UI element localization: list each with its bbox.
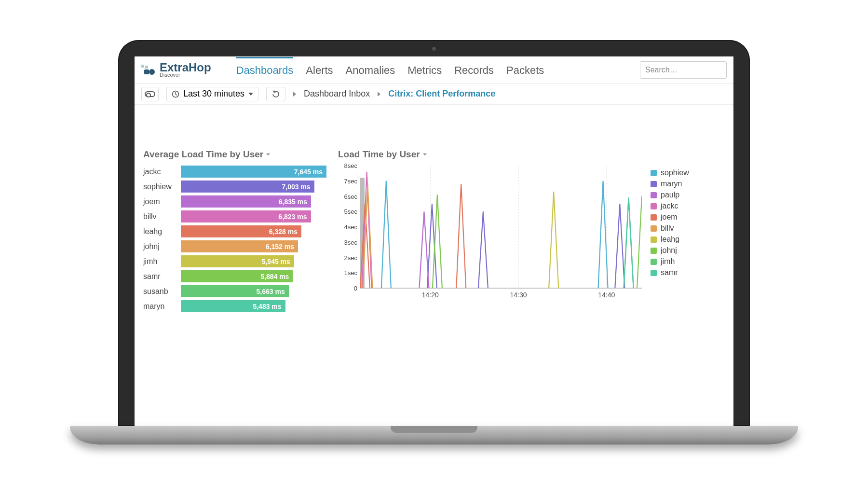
svg-rect-2 [144,69,149,74]
legend-item[interactable]: samr [651,268,689,277]
clock-icon [172,90,179,98]
legend-item[interactable]: jackc [651,202,689,210]
legend-label: jimh [661,257,675,266]
bar-row[interactable]: joem6,835 ms [143,195,326,208]
nav-anomalies[interactable]: Anomalies [346,57,395,83]
time-range-picker[interactable]: Last 30 minutes [166,87,258,101]
legend-swatch [651,225,657,232]
legend-swatch [651,270,657,276]
live-toggle[interactable] [141,87,159,101]
spike-samr[interactable] [624,198,634,288]
app-viewport: ExtraHop Discover DashboardsAlertsAnomal… [135,56,733,426]
laptop-base [70,426,798,444]
bar-fill: 6,328 ms [181,225,301,237]
bar-track: 5,663 ms [181,285,326,297]
bar-row[interactable]: leahg6,328 ms [143,225,326,237]
legend-swatch [651,236,657,243]
legend-label: billv [661,224,674,233]
breadcrumb-separator-icon [293,92,296,97]
nav-packets[interactable]: Packets [506,57,544,83]
legend-item[interactable]: jimh [651,257,689,266]
laptop-camera [432,47,436,51]
legend-item[interactable]: billv [651,224,689,233]
legend-swatch [651,203,657,209]
line-chart: 01sec2sec3sec4sec5sec6sec7sec8sec14:2014… [338,166,642,301]
line-plot-svg [338,166,642,301]
chart-legend: sophiewmarynpaulpjackcjoembillvleahgjohn… [651,168,689,301]
legend-label: jackc [661,202,678,210]
spike-maryn[interactable] [615,204,624,288]
bar-label: samr [143,272,181,281]
bar-label: susanb [143,287,181,296]
panel-title[interactable]: Load Time by User [338,149,725,160]
bar-track: 6,835 ms [181,195,326,208]
caret-down-icon [423,153,427,155]
bar-row[interactable]: billv6,823 ms [143,210,326,222]
bar-track: 5,884 ms [181,270,326,282]
bar-track: 6,328 ms [181,225,326,237]
spike-sophiew[interactable] [381,181,391,288]
bar-label: jackc [143,167,181,176]
bar-row[interactable]: jimh5,945 ms [143,255,326,267]
search-input[interactable] [640,61,727,79]
spike-leahg[interactable] [549,192,558,288]
bar-fill: 6,835 ms [181,195,311,208]
caret-down-icon [248,93,253,96]
legend-item[interactable]: johnj [651,246,689,255]
bar-track: 5,483 ms [181,300,326,312]
top-navigation-bar: ExtraHop Discover DashboardsAlertsAnomal… [135,56,733,83]
bar-row[interactable]: samr5,884 ms [143,270,326,282]
bar-track: 7,003 ms [181,181,326,193]
legend-item[interactable]: sophiew [651,168,689,177]
bar-label: maryn [143,302,181,311]
breadcrumb-root[interactable]: Dashboard Inbox [304,89,370,99]
spike-sophiew[interactable] [598,181,608,288]
legend-item[interactable]: leahg [651,235,689,244]
refresh-button[interactable] [266,87,285,101]
legend-item[interactable]: joem [651,213,689,222]
bar-row[interactable]: maryn5,483 ms [143,300,326,312]
nav-dashboards[interactable]: Dashboards [236,57,294,83]
bar-row[interactable]: susanb5,663 ms [143,285,326,297]
bar-label: joem [143,197,181,206]
legend-label: johnj [661,246,677,255]
legend-swatch [651,170,657,176]
svg-rect-1 [145,66,148,69]
bar-fill: 5,663 ms [181,285,289,297]
bar-track: 5,945 ms [181,255,326,267]
spike-johnj[interactable] [637,196,642,289]
spike-jimh[interactable] [624,198,634,288]
bar-track: 6,152 ms [181,240,326,252]
panel-title[interactable]: Average Load Time by User [143,149,326,160]
caret-down-icon [266,153,270,155]
bar-row[interactable]: jackc7,645 ms [143,166,326,178]
bar-fill: 5,884 ms [181,270,293,282]
breadcrumb-current[interactable]: Citrix: Client Performance [388,89,495,99]
spike-joem[interactable] [456,184,466,288]
nav-alerts[interactable]: Alerts [306,57,333,83]
bar-row[interactable]: sophiew7,003 ms [143,181,326,193]
time-range-label: Last 30 minutes [183,89,244,99]
context-toolbar: Last 30 minutes Dashboard Inbox Citrix: … [135,83,733,105]
laptop-notch [391,426,477,433]
bar-fill: 7,645 ms [181,166,326,178]
bar-fill: 6,152 ms [181,240,298,252]
brand-logo[interactable]: ExtraHop Discover [141,62,211,78]
legend-swatch [651,259,657,265]
svg-rect-0 [141,65,144,68]
spike-maryn[interactable] [427,204,437,288]
nav-metrics[interactable]: Metrics [407,57,442,83]
bar-track: 6,823 ms [181,210,326,222]
spike-maryn[interactable] [478,211,488,288]
legend-label: maryn [661,180,682,188]
legend-item[interactable]: maryn [651,180,689,188]
bar-row[interactable]: johnj6,152 ms [143,240,326,252]
legend-label: sophiew [661,168,689,177]
nav-records[interactable]: Records [454,57,494,83]
legend-item[interactable]: paulp [651,191,689,199]
legend-label: leahg [661,235,679,244]
legend-swatch [651,181,657,187]
bar-track: 7,645 ms [181,166,326,178]
bar-label: johnj [143,242,181,251]
load-time-line-panel: Load Time by User 01sec2sec3sec4sec5sec6… [338,149,725,315]
